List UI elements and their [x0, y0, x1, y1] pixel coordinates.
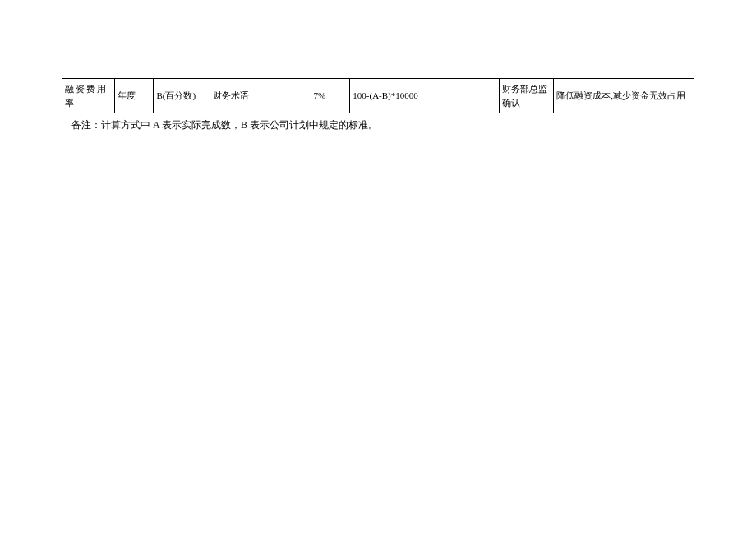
- cell-name: 融资费用率: [62, 79, 115, 113]
- cell-value: 7%: [311, 79, 350, 113]
- cell-formula: 100-(A-B)*10000: [350, 79, 500, 113]
- cell-description: 降低融资成本,减少资金无效占用: [554, 79, 694, 113]
- cell-confirm: 财务部总监确认: [500, 79, 554, 113]
- cell-unit: B(百分数): [154, 79, 210, 113]
- cell-period: 年度: [114, 79, 154, 113]
- remark-text: 备注：计算方式中 A 表示实际完成数，B 表示公司计划中规定的标准。: [62, 118, 694, 133]
- cell-category: 财务术语: [210, 79, 311, 113]
- table-row: 融资费用率 年度 B(百分数) 财务术语 7% 100-(A-B)*10000 …: [62, 79, 694, 113]
- table-container: 融资费用率 年度 B(百分数) 财务术语 7% 100-(A-B)*10000 …: [62, 78, 694, 113]
- data-table: 融资费用率 年度 B(百分数) 财务术语 7% 100-(A-B)*10000 …: [62, 78, 694, 113]
